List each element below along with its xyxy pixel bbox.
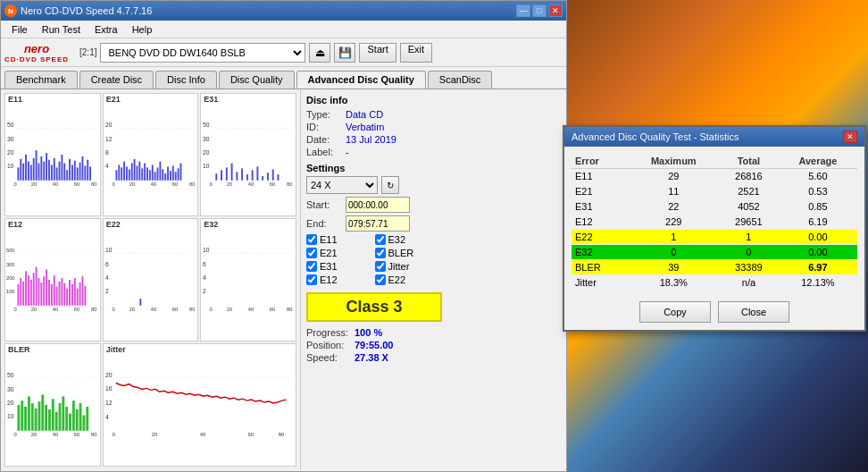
svg-text:60: 60 [74,181,79,187]
svg-rect-22 [51,165,53,181]
checkbox-e32[interactable] [375,234,386,245]
svg-text:10: 10 [7,413,14,419]
svg-rect-29 [69,159,71,181]
svg-rect-185 [86,407,88,431]
col-total-header: Total [719,154,779,169]
tab-advanced-disc-quality[interactable]: Advanced Disc Quality [296,71,426,88]
date-value: 13 Jul 2019 [346,134,396,145]
start-row: Start: 000:00.00 [306,197,442,213]
svg-text:20: 20 [31,307,37,312]
nero-top: nero [24,42,49,55]
checkbox-e11[interactable] [306,234,317,245]
tab-create-disc[interactable]: Create Disc [79,71,154,88]
menu-run-test[interactable]: Run Test [35,22,88,37]
svg-text:60: 60 [247,432,254,437]
checkbox-e12-row: E12 [306,274,374,285]
exit-button[interactable]: Exit [400,43,432,63]
svg-text:40: 40 [248,307,254,312]
svg-rect-85 [221,170,222,181]
svg-rect-165 [17,405,20,431]
svg-text:0: 0 [210,181,213,187]
start-button[interactable]: Start [359,43,396,63]
svg-text:40: 40 [53,432,58,437]
svg-rect-129 [74,278,76,306]
svg-text:80: 80 [91,181,96,187]
maximize-button[interactable]: □ [532,4,547,17]
svg-rect-108 [20,278,21,306]
copy-button[interactable]: Copy [639,301,711,323]
progress-row: Progress: 100 % [306,327,442,338]
svg-rect-88 [237,172,238,181]
menu-file[interactable]: File [4,22,35,37]
svg-rect-91 [252,170,254,181]
svg-text:10: 10 [105,247,113,253]
tab-disc-info[interactable]: Disc Info [155,71,217,88]
svg-rect-125 [63,283,65,306]
svg-rect-126 [66,289,68,306]
max-e31: 22 [629,199,720,215]
svg-rect-89 [241,168,243,180]
chart-e12-label: E12 [8,220,22,229]
svg-rect-68 [167,166,169,180]
svg-rect-128 [71,284,73,306]
svg-text:20: 20 [151,432,157,437]
checkbox-e12[interactable] [306,274,317,285]
svg-text:40: 40 [53,181,58,187]
svg-text:4: 4 [105,163,109,169]
max-jitter: 18.3% [629,275,720,291]
class-box: Class 3 [306,292,442,322]
checkbox-e12-label: E12 [320,274,338,285]
svg-rect-55 [133,159,135,181]
tab-disc-quality[interactable]: Disc Quality [219,71,295,88]
checkbox-e22[interactable] [375,274,386,285]
chart-e21-label: E21 [106,95,121,104]
save-icon-button[interactable]: 💾 [334,43,355,63]
total-e31: 4052 [719,199,779,215]
close-button[interactable]: ✕ [548,4,563,17]
tab-scan-disc[interactable]: ScanDisc [428,71,492,88]
speed-display-label: Speed: [306,352,351,363]
svg-rect-115 [38,278,39,306]
menu-help[interactable]: Help [125,22,160,37]
checkbox-bler[interactable] [375,248,386,258]
tab-benchmark[interactable]: Benchmark [4,71,78,88]
svg-rect-34 [81,156,83,181]
content-area: E11 50 30 20 10 0 20 40 60 80 [1,89,566,470]
menu-extra[interactable]: Extra [88,22,125,37]
drive-selector[interactable]: BENQ DVD DD DW1640 BSLB [100,43,305,63]
type-row: Type: Data CD [306,109,442,120]
svg-rect-58 [141,168,143,180]
col-error-header: Error [572,154,629,169]
svg-text:20: 20 [129,181,134,187]
close-dialog-button[interactable]: Close [718,301,789,323]
max-e32: 0 [629,245,720,260]
start-time-input[interactable]: 000:00.00 [346,197,410,213]
progress-value: 100 % [355,327,382,338]
svg-text:200: 200 [6,275,15,281]
eject-icon-button[interactable]: ⏏ [309,43,330,63]
svg-rect-52 [126,166,128,180]
svg-rect-65 [159,162,161,181]
checkbox-e21-label: E21 [320,248,338,258]
app-icon: N [4,4,17,17]
end-time-input[interactable]: 079:57.71 [346,215,410,232]
speed-selector[interactable]: 24 X [306,176,378,194]
disc-info-panel: Disc info Type: Data CD ID: Verbatim Dat… [300,89,447,470]
svg-text:30: 30 [7,386,14,392]
checkbox-jitter[interactable] [375,261,386,272]
dialog-close-button[interactable]: ✕ [843,131,857,143]
checkbox-e31[interactable] [306,261,317,272]
refresh-icon-button[interactable]: ↻ [381,176,399,194]
stats-tbody: E11 29 26816 5.60 E21 11 2521 0.53 E31 2… [572,169,857,291]
total-e11: 26816 [719,169,779,184]
svg-text:0: 0 [112,432,115,437]
minimize-button[interactable]: — [516,4,530,17]
speed-display-row: Speed: 27.38 X [306,352,442,363]
checkbox-e21[interactable] [306,248,317,258]
chart-e11-label: E11 [8,95,22,104]
svg-text:0: 0 [210,307,213,312]
checkbox-e32-label: E32 [388,234,406,245]
svg-text:60: 60 [270,307,275,312]
svg-rect-109 [22,282,24,306]
avg-jitter: 12.13% [779,275,857,291]
